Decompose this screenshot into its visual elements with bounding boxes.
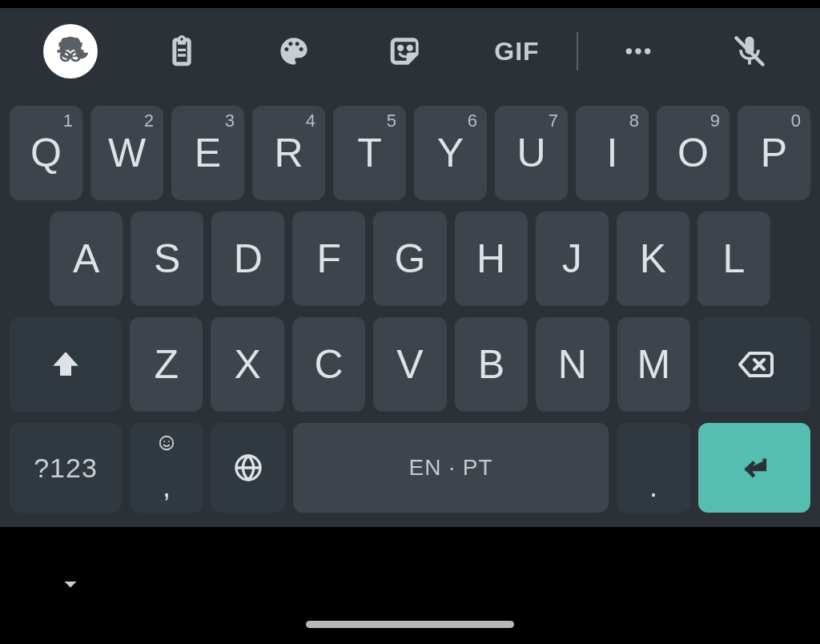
key-s[interactable]: S <box>131 211 203 306</box>
key-l[interactable]: L <box>697 211 770 306</box>
symbols-label: ?123 <box>34 453 98 484</box>
period-key[interactable]: . <box>617 423 690 513</box>
voice-input-button[interactable] <box>694 8 806 95</box>
key-grid: Q1W2E3R4T5Y6U7I8O9P0 ASDFGHJKL ZXCVBNM ?… <box>0 106 820 513</box>
svg-point-3 <box>635 48 641 54</box>
sticker-button[interactable] <box>349 8 460 95</box>
backspace-key[interactable] <box>698 317 810 412</box>
key-v[interactable]: V <box>373 317 446 412</box>
key-label: K <box>640 235 666 282</box>
clipboard-icon <box>166 35 198 67</box>
symbols-key[interactable]: ?123 <box>10 423 122 513</box>
navigation-bar <box>0 527 820 644</box>
key-label: A <box>73 235 99 282</box>
mic-off-icon <box>732 34 767 69</box>
sticker-icon <box>389 35 421 67</box>
clipboard-button[interactable] <box>126 8 237 95</box>
gif-label: GIF <box>494 37 539 66</box>
key-hint: 4 <box>306 111 316 131</box>
key-w[interactable]: W2 <box>90 106 163 200</box>
key-t[interactable]: T5 <box>333 106 406 200</box>
keyboard-toolbar: GIF <box>0 8 820 95</box>
keyboard: GIF Q1W2E3R4T5Y6U7I8O9P0 ASDFGHJKL ZXCVB… <box>0 8 820 527</box>
key-i[interactable]: I8 <box>576 106 649 200</box>
key-r[interactable]: R4 <box>252 106 325 200</box>
incognito-icon <box>43 24 98 78</box>
key-label: Q <box>30 130 62 176</box>
key-k[interactable]: K <box>617 211 689 306</box>
key-label: Z <box>154 341 179 388</box>
key-hint: 5 <box>387 111 396 131</box>
key-n[interactable]: N <box>536 317 609 412</box>
key-label: B <box>478 341 504 388</box>
key-q[interactable]: Q1 <box>10 106 82 200</box>
key-label: U <box>517 130 545 176</box>
svg-point-4 <box>645 48 650 54</box>
chevron-down-icon <box>56 570 85 598</box>
key-label: W <box>108 130 146 176</box>
shift-key[interactable] <box>10 317 122 412</box>
gif-button[interactable]: GIF <box>461 8 573 95</box>
key-label: T <box>357 130 382 176</box>
key-j[interactable]: J <box>536 211 609 306</box>
key-label: O <box>677 130 709 176</box>
key-p[interactable]: P0 <box>738 106 810 200</box>
key-label: P <box>761 130 787 176</box>
key-label: L <box>723 235 746 282</box>
gesture-handle[interactable] <box>306 621 514 628</box>
key-label: V <box>396 341 423 388</box>
more-horizontal-icon <box>622 35 654 67</box>
enter-icon <box>737 450 772 485</box>
theme-button[interactable] <box>238 8 349 95</box>
key-d[interactable]: D <box>211 211 284 306</box>
comma-label: , <box>163 473 171 501</box>
key-hint: 3 <box>225 111 235 131</box>
key-m[interactable]: M <box>617 317 690 412</box>
emoji-comma-key[interactable]: , <box>130 423 203 513</box>
space-key[interactable]: EN · PT <box>293 423 609 513</box>
incognito-button[interactable] <box>14 8 126 95</box>
svg-point-9 <box>163 441 165 442</box>
key-label: R <box>274 130 303 176</box>
key-label: Y <box>437 130 464 176</box>
toolbar-separator <box>577 32 578 70</box>
key-hint: 0 <box>791 111 801 131</box>
key-label: J <box>562 235 582 282</box>
key-label: I <box>607 130 618 176</box>
key-label: E <box>195 130 221 176</box>
language-switch-key[interactable] <box>211 423 285 513</box>
key-label: M <box>637 341 670 388</box>
globe-icon <box>232 452 264 484</box>
key-label: D <box>234 235 263 282</box>
key-f[interactable]: F <box>292 211 365 306</box>
key-o[interactable]: O9 <box>657 106 730 200</box>
key-c[interactable]: C <box>292 317 365 412</box>
collapse-keyboard-button[interactable] <box>56 570 85 602</box>
svg-point-8 <box>160 437 174 450</box>
key-y[interactable]: Y6 <box>414 106 487 200</box>
key-h[interactable]: H <box>455 211 528 306</box>
key-e[interactable]: E3 <box>171 106 244 200</box>
more-button[interactable] <box>582 8 693 95</box>
key-b[interactable]: B <box>455 317 528 412</box>
space-label: EN · PT <box>408 455 492 481</box>
key-a[interactable]: A <box>50 211 123 306</box>
key-hint: 7 <box>549 111 558 131</box>
key-hint: 2 <box>144 111 154 131</box>
key-label: C <box>315 341 344 388</box>
key-hint: 8 <box>629 111 639 131</box>
key-hint: 9 <box>710 111 720 131</box>
key-label: N <box>558 341 587 388</box>
key-label: G <box>395 235 426 282</box>
enter-key[interactable] <box>698 423 810 513</box>
key-label: F <box>317 235 342 282</box>
key-g[interactable]: G <box>373 211 446 306</box>
key-x[interactable]: X <box>211 317 283 412</box>
period-label: . <box>649 473 657 501</box>
shift-icon <box>49 348 82 381</box>
svg-point-2 <box>626 48 632 54</box>
key-u[interactable]: U7 <box>495 106 568 200</box>
key-label: H <box>476 235 505 282</box>
key-hint: 1 <box>63 111 73 131</box>
key-z[interactable]: Z <box>130 317 203 412</box>
